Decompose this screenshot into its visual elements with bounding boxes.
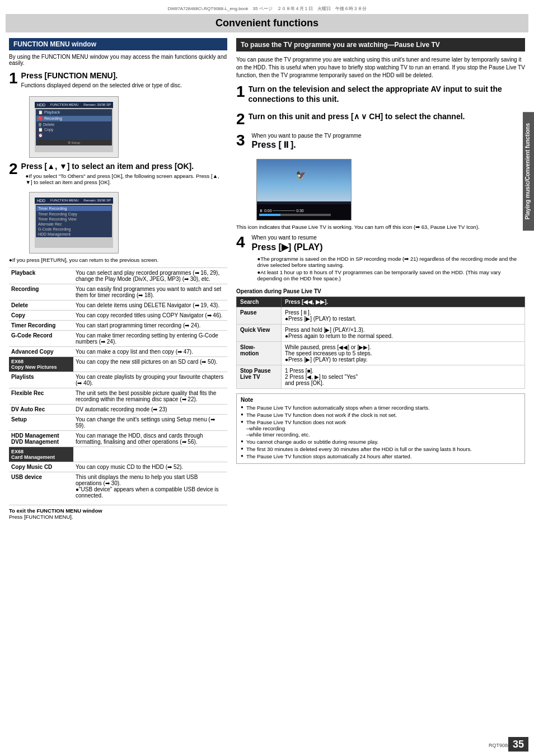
note-title: Note — [241, 397, 521, 403]
func-name-cell: Delete — [9, 300, 73, 311]
func-name-cell: Advanced Copy — [9, 347, 73, 357]
step4-note1: ●The programme is saved on the HDD in SP… — [257, 256, 525, 268]
func-desc-cell: You can select and play recorded program… — [73, 268, 227, 284]
func-desc-cell — [73, 447, 227, 462]
header-meta: DW87A728488C\-RQT9088-L_eng.book 35 ページ … — [6, 6, 528, 12]
function-menu-header: FUNCTION MENU window — [9, 38, 227, 50]
func-desc-cell: You can create playlists by grouping you… — [73, 372, 227, 388]
step3-title: Press [⏸]. — [252, 140, 362, 150]
func-table-row: DV Auto RecDV automatic recording mode (… — [9, 405, 227, 415]
func-table-row: SetupYou can change the unit's settings … — [9, 415, 227, 431]
note-item: The Pause Live TV function does not work… — [241, 419, 521, 438]
func-table-row: RecordingYou can easily find programmes … — [9, 284, 227, 300]
op-desc-cell: While paused, press [◀◀] or [▶▶]. The sp… — [282, 342, 525, 365]
func-table-row: G-Code RecordYou can make timer recordin… — [9, 331, 227, 347]
right-step3: 3 When you want to pause the TV programm… — [236, 133, 525, 153]
func-desc-cell: You can make timer recording setting by … — [73, 331, 227, 347]
note-item: The Pause Live TV function does not work… — [241, 412, 521, 418]
note-item: You cannot change audio or subtitle duri… — [241, 439, 521, 445]
op-table-row: Stop Pause Live TV1 Press [■]. 2 Press [… — [237, 365, 525, 389]
page-number: 35 — [508, 737, 528, 752]
exit-note-label: To exit the FUNCTION MENU window — [9, 508, 102, 514]
func-desc-cell: You can start programming timer recordin… — [73, 321, 227, 331]
right-step1: 1 Turn on the television and select the … — [236, 84, 525, 106]
page-title: Convenient functions — [6, 17, 528, 29]
op-table-header: Operation during Pause Live TV — [236, 288, 525, 294]
left-column: FUNCTION MENU window By using the FUNCTI… — [9, 38, 227, 520]
exit-note-text: Press [FUNCTION MENU]. — [9, 514, 73, 520]
func-name-cell: Flexible Rec — [9, 388, 73, 405]
step2-title: Press [▲, ▼] to select an item and press… — [21, 161, 227, 171]
right-step4-num: 4 — [236, 234, 245, 250]
func-name-cell: DV Auto Rec — [9, 405, 73, 415]
func-desc-cell: You can copy the new still pictures on a… — [73, 357, 227, 372]
func-table-row: PlaybackYou can select and play recorded… — [9, 268, 227, 284]
func-table-row: EX68 Card Management — [9, 447, 227, 462]
func-name-cell: EX68 Card Management — [9, 447, 73, 462]
right-step4: 4 When you want to resume Press [▶] (PLA… — [236, 234, 525, 283]
right-column: To pause the TV programme you are watchi… — [236, 38, 525, 520]
op-label-cell: Quick View — [237, 325, 282, 342]
step1-title: Press [FUNCTION MENU]. — [21, 71, 227, 81]
func-name-cell: HDD Management DVD Management — [9, 431, 73, 447]
note-item: The Pause Live TV function automatically… — [241, 405, 521, 411]
func-desc-cell: You can delete items using DELETE Naviga… — [73, 300, 227, 311]
notes-box: Note The Pause Live TV function automati… — [236, 393, 525, 464]
page-number-area: 35 — [508, 739, 528, 750]
func-table-row: CopyYou can copy recorded titles using C… — [9, 311, 227, 321]
screenshot-1: HDDFUNCTION MENURemain: 30/36 SP 📋 Playb… — [29, 96, 119, 158]
tv-overlay: ⏸ 0:00 ──────── 0:30 — [257, 204, 351, 220]
function-table: PlaybackYou can select and play recorded… — [9, 267, 227, 500]
step2-number: 2 — [9, 161, 18, 177]
op-label-cell: Pause — [237, 307, 282, 325]
screenshot-2: HDDFUNCTION MENURemain: 30/36 SP Timer R… — [29, 192, 119, 253]
note-item: The Pause Live TV function stops automat… — [241, 453, 521, 459]
right-step3-num: 3 — [236, 133, 245, 148]
func-table-row: Copy Music CDYou can copy music CD to th… — [9, 462, 227, 472]
func-desc-cell: This unit displays the menu to help you … — [73, 472, 227, 501]
func-desc-cell: You can copy recorded titles using COPY … — [73, 311, 227, 321]
op-col2-header: Press [◀◀, ▶▶]. — [282, 297, 525, 307]
func-table-row: USB deviceThis unit displays the menu to… — [9, 472, 227, 501]
exit-note: To exit the FUNCTION MENU window Press [… — [9, 505, 227, 520]
op-desc-cell: Press [⏸]. ●Press [▶] (PLAY) to restart. — [282, 307, 525, 325]
op-col1-header: Search — [237, 297, 282, 307]
page-title-bar: Convenient functions — [6, 14, 528, 32]
rqt-reference: RQT9088 — [489, 743, 510, 748]
op-table-row: Slow- motionWhile paused, press [◀◀] or … — [237, 342, 525, 365]
step1-number: 1 — [9, 71, 18, 86]
func-name-cell: Recording — [9, 284, 73, 300]
right-step1-num: 1 — [236, 84, 245, 100]
func-desc-cell: You can make a copy list and then copy (… — [73, 347, 227, 357]
func-desc-cell: You can manage the HDD, discs and cards … — [73, 431, 227, 447]
op-desc-cell: 1 Press [■]. 2 Press [◀, ▶] to select "Y… — [282, 365, 525, 389]
side-label: Playing music/Convenient functions — [523, 112, 534, 231]
func-table-row: DeleteYou can delete items using DELETE … — [9, 300, 227, 311]
step2-note2: ●If you press [RETURN], you can return t… — [9, 257, 227, 263]
func-name-cell: Copy Music CD — [9, 462, 73, 472]
func-desc-cell: DV automatic recording mode (➡ 23) — [73, 405, 227, 415]
func-name-cell: Copy — [9, 311, 73, 321]
op-label-cell: Slow- motion — [237, 342, 282, 365]
operation-table: Search Press [◀◀, ▶▶]. PausePress [⏸]. ●… — [236, 297, 525, 389]
func-name-cell: Playlists — [9, 372, 73, 388]
step3-icon-note: This icon indicates that Pause Live TV i… — [236, 224, 525, 230]
func-name-cell: Playback — [9, 268, 73, 284]
right-step2-num: 2 — [236, 111, 245, 127]
step1-sub: Functions displayed depend on the select… — [21, 82, 227, 88]
function-menu-intro: By using the FUNCTION MENU window you ma… — [9, 54, 227, 66]
step2-block: 2 Press [▲, ▼] to select an item and pre… — [9, 161, 227, 186]
note-item: The first 30 minutes is deleted every 30… — [241, 446, 521, 452]
pause-intro: You can pause the TV programme you are w… — [236, 56, 525, 79]
func-name-cell: G-Code Record — [9, 331, 73, 347]
func-desc-cell: You can copy music CD to the HDD (➡ 52). — [73, 462, 227, 472]
tv-screenshot: 🦅 ⏸ 0:00 ──────── 0:30 — [256, 159, 352, 220]
op-label-cell: Stop Pause Live TV — [237, 365, 282, 389]
step2-note1: ●If you select "To Others" and press [OK… — [26, 173, 227, 185]
right-step2-title: Turn on this unit and press [∧ ∨ CH] to … — [249, 111, 525, 121]
op-table-row: PausePress [⏸]. ●Press [▶] (PLAY) to res… — [237, 307, 525, 325]
step4-note2: ●At least 1 hour up to 8 hours of TV pro… — [257, 269, 525, 281]
func-name-cell: Setup — [9, 415, 73, 431]
func-table-row: Advanced CopyYou can make a copy list an… — [9, 347, 227, 357]
func-table-row: HDD Management DVD ManagementYou can man… — [9, 431, 227, 447]
